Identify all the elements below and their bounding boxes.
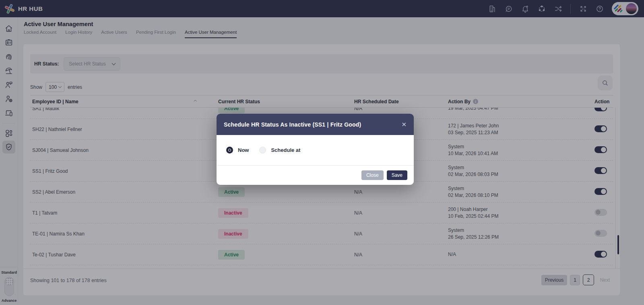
- modal-body: Now Schedule at: [217, 135, 414, 165]
- save-button[interactable]: Save: [387, 170, 407, 180]
- radio-schedule-at-label: Schedule at: [271, 147, 300, 153]
- schedule-hr-status-modal: Schedule HR Status As Inactive (SS1 | Fr…: [217, 114, 414, 185]
- radio-option-now[interactable]: Now: [226, 147, 249, 154]
- modal-footer: Close Save: [217, 165, 414, 185]
- radio-unselected-icon[interactable]: [259, 147, 266, 154]
- close-button[interactable]: Close: [361, 170, 384, 180]
- close-icon[interactable]: ✕: [401, 121, 407, 127]
- radio-option-schedule-at[interactable]: Schedule at: [259, 147, 300, 154]
- modal-header: Schedule HR Status As Inactive (SS1 | Fr…: [217, 114, 414, 135]
- radio-selected-icon[interactable]: [226, 147, 233, 154]
- modal-title: Schedule HR Status As Inactive (SS1 | Fr…: [224, 121, 361, 128]
- radio-now-label: Now: [238, 147, 249, 153]
